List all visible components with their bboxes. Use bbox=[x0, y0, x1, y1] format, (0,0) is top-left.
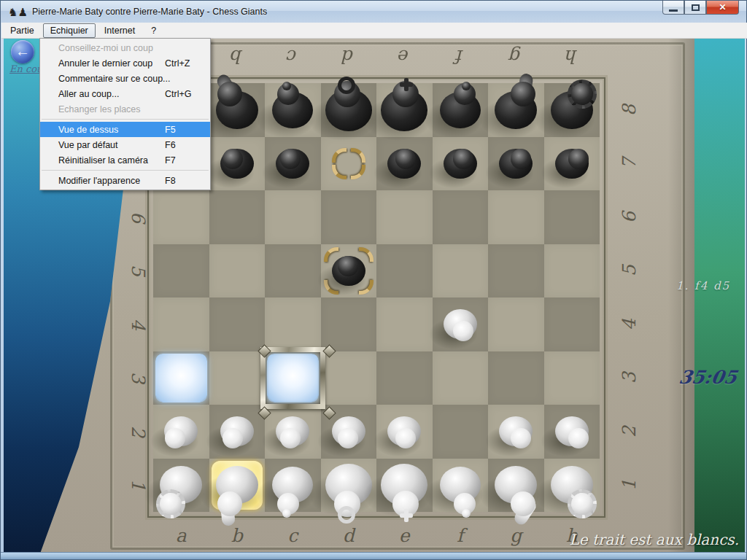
menu-separator bbox=[42, 119, 209, 120]
menu-item-modifier-l-apparence[interactable]: Modifier l'apparenceF8 bbox=[40, 173, 210, 188]
file-label-d-top: d bbox=[334, 44, 363, 69]
file-label-e-top: e bbox=[390, 44, 419, 69]
menu-item-echanger-les-places[interactable]: Echanger les places bbox=[40, 101, 210, 117]
echiquier-menu: Conseillez-moi un coupAnnuler le dernier… bbox=[39, 38, 211, 190]
back-arrow-icon: ← bbox=[15, 43, 30, 59]
minimize-button[interactable] bbox=[662, 1, 684, 15]
turn-message: Le trait est aux blancs. bbox=[569, 531, 739, 548]
piece-head bbox=[568, 489, 597, 518]
piece-head bbox=[338, 256, 358, 276]
bishop-tip bbox=[282, 82, 291, 90]
piece-head bbox=[568, 428, 589, 448]
queen-coronet bbox=[338, 506, 355, 524]
menu-item-shortcut: F6 bbox=[165, 140, 203, 150]
menu-item-conseillez-moi-un-coup[interactable]: Conseillez-moi un coup bbox=[40, 40, 210, 55]
window-bottom-border bbox=[1, 552, 746, 559]
file-label-c-top: c bbox=[278, 44, 307, 69]
menubar-item-internet[interactable]: Internet bbox=[97, 23, 142, 38]
menu-item-shortcut: F5 bbox=[165, 125, 203, 135]
rank-label-4-left: 4 bbox=[125, 310, 150, 339]
menu-item-label: Conseillez-moi un coup bbox=[58, 43, 165, 53]
piece-head bbox=[453, 149, 473, 169]
piece-head bbox=[395, 149, 416, 169]
minimize-icon bbox=[669, 9, 678, 12]
file-label-h-top: h bbox=[557, 44, 587, 69]
menu-item-réinitialiser-la-caméra[interactable]: Réinitialiser la caméraF7 bbox=[40, 152, 210, 168]
menu-item-shortcut: F7 bbox=[165, 155, 203, 166]
close-button[interactable]: ✕ bbox=[706, 1, 739, 15]
piece-head bbox=[395, 428, 416, 448]
rank-label-8-right: 8 bbox=[617, 96, 642, 125]
menu-separator bbox=[42, 170, 209, 171]
menu-item-shortcut: F8 bbox=[165, 176, 203, 186]
piece-head bbox=[217, 82, 242, 106]
piece-head bbox=[511, 82, 535, 106]
maximize-button[interactable] bbox=[684, 1, 706, 15]
file-label-f-bottom: f bbox=[446, 524, 475, 548]
file-label-b-top: b bbox=[222, 44, 252, 69]
maximize-icon bbox=[692, 4, 700, 11]
menu-item-vue-par-défaut[interactable]: Vue par défautF6 bbox=[40, 137, 210, 152]
piece-head bbox=[511, 149, 531, 169]
menubar-item-partie[interactable]: Partie bbox=[3, 23, 42, 38]
rank-label-3-left: 3 bbox=[125, 363, 150, 392]
piece-head bbox=[222, 149, 243, 169]
app-window: ♞♟ Pierre-Marie Baty contre Pierre-Marie… bbox=[0, 0, 747, 560]
menu-item-aller-au-coup-[interactable]: Aller au coup...Ctrl+G bbox=[40, 86, 210, 101]
file-label-a-bottom: a bbox=[166, 524, 196, 548]
move-list: 1. f4 d5 bbox=[676, 279, 730, 292]
piece-head bbox=[217, 491, 242, 516]
menubar-item-echiquier[interactable]: Echiquier bbox=[43, 23, 96, 38]
menubar-item-?[interactable]: ? bbox=[144, 23, 163, 38]
piece-head bbox=[338, 428, 358, 448]
status-label: En cou bbox=[9, 63, 42, 74]
rank-label-1-right: 1 bbox=[617, 470, 642, 499]
piece-head bbox=[222, 428, 243, 448]
king-cross bbox=[404, 78, 409, 91]
file-label-c-bottom: c bbox=[278, 524, 307, 548]
piece-head bbox=[568, 149, 589, 169]
menubar: PartieEchiquierInternet? bbox=[1, 23, 747, 39]
menu-item-label: Réinitialiser la caméra bbox=[58, 155, 165, 166]
queen-coronet bbox=[338, 77, 355, 94]
menu-item-label: Modifier l'apparence bbox=[58, 176, 165, 186]
menu-item-label: Vue par défaut bbox=[58, 140, 165, 150]
menu-item-shortcut: Ctrl+G bbox=[165, 89, 203, 99]
rank-label-3-right: 3 bbox=[617, 363, 642, 392]
bishop-tip bbox=[462, 82, 471, 90]
back-button[interactable]: ← bbox=[11, 40, 34, 63]
titlebar[interactable]: ♞♟ Pierre-Marie Baty contre Pierre-Marie… bbox=[1, 1, 746, 23]
file-label-g-top: g bbox=[501, 44, 530, 69]
menu-item-label: Annuler le dernier coup bbox=[58, 58, 165, 69]
rank-label-5-left: 5 bbox=[125, 256, 150, 285]
file-label-f-top: f bbox=[446, 44, 475, 69]
menu-item-commentaire-sur-ce-coup-[interactable]: Commentaire sur ce coup... bbox=[40, 71, 210, 86]
menu-item-label: Aller au coup... bbox=[58, 89, 165, 99]
close-icon: ✕ bbox=[719, 2, 726, 12]
rank-label-7-right: 7 bbox=[617, 149, 642, 178]
rank-label-2-right: 2 bbox=[617, 417, 642, 446]
ornate-frame-c3 bbox=[260, 347, 325, 410]
rank-label-2-left: 2 bbox=[125, 417, 150, 446]
piece-head bbox=[453, 321, 473, 341]
bishop-tip bbox=[282, 509, 291, 518]
file-label-d-bottom: d bbox=[334, 524, 363, 548]
caption-buttons: ✕ bbox=[662, 1, 739, 15]
menu-item-annuler-le-dernier-coup[interactable]: Annuler le dernier coupCtrl+Z bbox=[40, 55, 210, 71]
piece-head bbox=[280, 149, 301, 169]
menu-item-shortcut: Ctrl+Z bbox=[165, 58, 203, 69]
menu-item-vue-de-dessus[interactable]: Vue de dessusF5 bbox=[40, 122, 210, 137]
piece-head bbox=[511, 428, 531, 448]
menu-item-label: Commentaire sur ce coup... bbox=[58, 74, 171, 84]
clock: 35:05 bbox=[677, 367, 738, 388]
rank-label-5-right: 5 bbox=[617, 256, 642, 285]
file-label-b-bottom: b bbox=[222, 524, 252, 548]
king-cross bbox=[404, 509, 409, 522]
piece-head bbox=[280, 428, 301, 448]
menu-item-label: Echanger les places bbox=[58, 104, 165, 114]
move-target-highlight-a3 bbox=[155, 354, 207, 403]
app-icon[interactable]: ♞♟ bbox=[8, 7, 28, 18]
file-label-g-bottom: g bbox=[501, 524, 530, 548]
piece-head bbox=[568, 79, 597, 109]
rank-label-6-right: 6 bbox=[617, 203, 642, 232]
